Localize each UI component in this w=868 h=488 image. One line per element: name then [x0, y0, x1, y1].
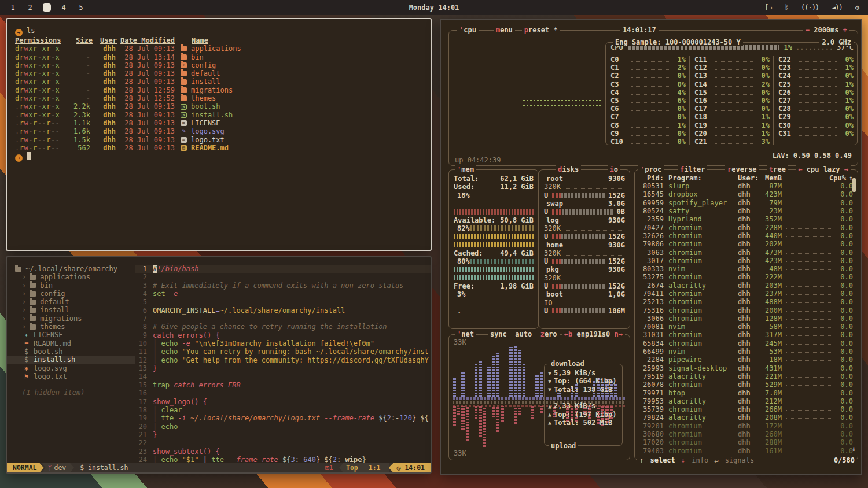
- process-name: chromium: [664, 224, 738, 232]
- mem-meter: [454, 209, 534, 215]
- tree-folder-default[interactable]: › default: [7, 298, 135, 306]
- tree-folder-config[interactable]: › config: [7, 290, 135, 298]
- code-editor[interactable]: 1#!/bin/bash23# Exit immediately if a co…: [135, 257, 431, 463]
- sync-button[interactable]: sync: [490, 330, 507, 338]
- tree-file-LICENSE[interactable]: ✦LICENSE: [7, 331, 135, 339]
- tree-file-logo.svg[interactable]: ✱logo.svg: [7, 364, 135, 372]
- process-row[interactable]: 26078chromiumdhh529M0.0: [638, 380, 853, 389]
- process-row[interactable]: 31031chromiumdhh317M0.0: [638, 331, 853, 339]
- volume-icon[interactable]: ◄)): [832, 3, 843, 12]
- line-number: 4: [135, 290, 153, 298]
- iface-next[interactable]: n→: [615, 330, 623, 338]
- process-row[interactable]: 2359Hyprlanddhh352M0.0: [638, 215, 853, 223]
- io-toggle[interactable]: io: [610, 165, 618, 173]
- interval-increase[interactable]: +: [839, 26, 847, 34]
- process-row[interactable]: 3017chromiumdhh423M0.0: [638, 257, 853, 265]
- tree-folder-label: install: [40, 306, 69, 314]
- tree-file-logo.txt[interactable]: ⚑logo.txt: [7, 372, 135, 380]
- process-row[interactable]: 79971btopdhh7.0M0.0: [638, 389, 853, 397]
- disk-used-meter: [552, 259, 605, 264]
- code-line-12: 12│ echo "Get help from the community: h…: [135, 356, 431, 364]
- process-row[interactable]: 70427chromiumdhh228M0.0: [638, 223, 853, 231]
- settings-icon[interactable]: ⚙: [855, 3, 859, 12]
- tree-folder-applications[interactable]: › applications: [7, 273, 135, 281]
- process-row[interactable]: 79953alacrittydhh212M0.0: [638, 397, 853, 405]
- process-pid: 26078: [638, 380, 664, 389]
- process-graph: [786, 257, 833, 262]
- sort-next[interactable]: →: [844, 165, 848, 173]
- terminal-window-ls[interactable]: →ls Permissions Size User Date Modified …: [6, 18, 432, 251]
- tree-folder-migrations[interactable]: › migrations: [7, 315, 135, 323]
- network-icon[interactable]: ((·)): [801, 3, 819, 12]
- process-row[interactable]: 3063chromiumdhh473M0.0: [638, 248, 853, 256]
- core-usage: 1%: [840, 97, 854, 105]
- process-name: nvim: [664, 347, 738, 356]
- process-row[interactable]: 17020chromiumdhh288M0.0: [638, 438, 853, 446]
- preset-button[interactable]: preset *: [524, 26, 558, 34]
- ls-row: drwxr-xr-x-dhh28 Jul 12:52themes: [15, 94, 422, 102]
- filter-button[interactable]: filter: [680, 165, 705, 173]
- tree-file-boot.sh[interactable]: $boot.sh: [7, 347, 135, 356]
- process-row[interactable]: 32626chromiumdhh440M0.0: [638, 232, 853, 240]
- system-tray: [→ᛒ((·))◄))⚙: [764, 3, 859, 12]
- tree-file-install.sh[interactable]: $install.sh: [7, 356, 135, 364]
- process-row[interactable]: 53275chromiumdhh222M0.0: [638, 273, 853, 281]
- process-row[interactable]: 69959spotify_playerdhh79M0.0: [638, 199, 853, 207]
- process-mem: 266M: [759, 405, 782, 413]
- disk-graph: [564, 276, 622, 280]
- process-name: chromium: [664, 331, 738, 339]
- process-row[interactable]: 16545dropboxdhh423M0.0: [638, 190, 853, 198]
- info-button[interactable]: info: [690, 456, 709, 464]
- monitor-window-btop[interactable]: cpu menu preset * 14:01:17 − 2000ms + En…: [440, 19, 862, 475]
- mem-row: 3%: [454, 290, 534, 298]
- process-row[interactable]: 35739chromiumdhh266M0.0: [638, 405, 853, 413]
- process-row[interactable]: 25993signal-desktopdhh431M0.0: [638, 364, 853, 372]
- tree-folder-install[interactable]: › install: [7, 306, 135, 314]
- auto-button[interactable]: auto: [515, 330, 532, 338]
- process-graph: [786, 331, 833, 336]
- process-row[interactable]: 79824alacrittydhh208M0.0: [638, 413, 853, 422]
- bluetooth-icon[interactable]: ᛒ: [785, 3, 788, 12]
- menu-button[interactable]: menu: [496, 26, 513, 34]
- process-row[interactable]: 80531slurpdhh87M0.0: [638, 182, 853, 190]
- tree-root[interactable]: ~/.local/share/omarchy: [7, 265, 135, 273]
- command-text: ls: [27, 27, 35, 35]
- process-row[interactable]: 80524sattydhh23M0.0: [638, 207, 853, 215]
- process-row[interactable]: 70081nvimdhh58M0.0: [638, 323, 853, 331]
- code-line-1: 1#!/bin/bash: [135, 265, 431, 273]
- process-row[interactable]: 65834chromiumdhh245M0.0: [638, 339, 853, 347]
- select-button[interactable]: select: [649, 456, 676, 464]
- process-row[interactable]: 25213chromiumdhh488M0.0: [638, 298, 853, 306]
- tree-folder-bin[interactable]: › bin: [7, 282, 135, 290]
- tree-folder-themes[interactable]: › themes: [7, 323, 135, 331]
- scroll-down-icon[interactable]: ↓: [852, 445, 856, 453]
- process-row[interactable]: 79201chromiumdhh172M0.0: [638, 422, 853, 430]
- process-row[interactable]: 79411chromiumdhh237M0.0: [638, 290, 853, 298]
- tree-file-README.md[interactable]: ≡README.md: [7, 339, 135, 347]
- process-row[interactable]: 79403chromiumdhh161M0.0: [638, 447, 853, 455]
- reverse-button[interactable]: reverse: [727, 165, 757, 173]
- process-row[interactable]: 3066chromiumdhh128M0.0: [638, 315, 853, 323]
- tree-button[interactable]: tree: [769, 165, 786, 173]
- process-row[interactable]: 2284pipewiredhh18M0.0: [638, 356, 853, 364]
- sort-prev[interactable]: ←: [798, 165, 802, 173]
- terminal-cursor[interactable]: [27, 152, 31, 160]
- process-row[interactable]: 79806chromiumdhh202M0.0: [638, 240, 853, 248]
- process-row[interactable]: 75316chromiumdhh200M0.0: [638, 306, 853, 314]
- zero-button[interactable]: zero: [540, 330, 557, 338]
- editor-window-nvim[interactable]: ~/.local/share/omarchy› applications› bi…: [6, 256, 432, 474]
- logout-icon[interactable]: [→: [764, 3, 771, 12]
- process-row[interactable]: 79519alacrittydhh221M0.0: [638, 372, 853, 380]
- interval-decrease[interactable]: −: [806, 26, 814, 34]
- mem-row: [454, 199, 534, 208]
- process-row[interactable]: 80333nvimdhh48M0.0: [638, 265, 853, 273]
- iface-prev[interactable]: ←b: [564, 330, 572, 338]
- net-down-bar: [479, 360, 482, 397]
- proc-scrollbar[interactable]: [852, 178, 856, 192]
- process-row[interactable]: 30680chromiumdhh260M0.0: [638, 430, 853, 438]
- process-row[interactable]: 66499nvimdhh53M0.0: [638, 347, 853, 356]
- process-row[interactable]: 2674alacrittydhh203M0.0: [638, 282, 853, 290]
- disk-row: 320K: [544, 183, 625, 191]
- process-pid: 79519: [638, 372, 664, 380]
- signals-button[interactable]: signals: [724, 456, 756, 464]
